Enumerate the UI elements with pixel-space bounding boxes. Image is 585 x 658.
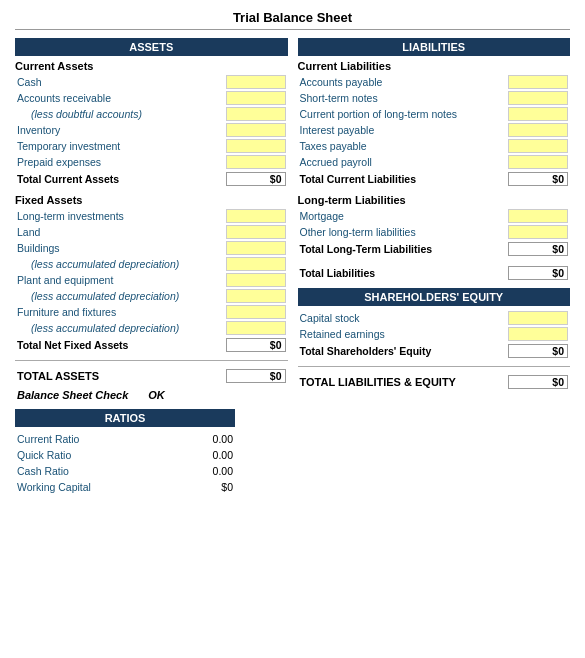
list-item: Quick Ratio 0.00 — [15, 447, 235, 463]
equity-section: SHAREHOLDERS' EQUITY Capital stock Retai… — [298, 288, 571, 360]
liabilities-header: LIABILITIES — [298, 38, 571, 56]
prepaid-expenses-input[interactable] — [226, 155, 286, 169]
total-longterm-liabilities-value: $0 — [508, 242, 568, 256]
list-item: Inventory — [15, 122, 288, 138]
total-assets-value: $0 — [226, 369, 286, 383]
total-equity-value: $0 — [508, 344, 568, 358]
total-fixed-assets-row: Total Net Fixed Assets $0 — [15, 336, 288, 354]
buildings-depreciation-input[interactable] — [226, 257, 286, 271]
liabilities-column: LIABILITIES Current Liabilities Accounts… — [298, 38, 571, 495]
current-assets-section: Current Assets Cash Accounts receivable … — [15, 60, 288, 188]
total-liabilities-row: Total Liabilities $0 — [298, 264, 571, 282]
total-liab-equity-value: $0 — [508, 375, 568, 389]
current-assets-label: Current Assets — [15, 60, 288, 72]
list-item: Long-term investments — [15, 208, 288, 224]
fixed-assets-label: Fixed Assets — [15, 194, 288, 206]
list-item: (less accumulated depreciation) — [15, 288, 288, 304]
list-item: Land — [15, 224, 288, 240]
total-assets-row: TOTAL ASSETS $0 — [15, 367, 288, 385]
list-item: Taxes payable — [298, 138, 571, 154]
list-item: Accounts payable — [298, 74, 571, 90]
accounts-payable-input[interactable] — [508, 75, 568, 89]
list-item: Buildings — [15, 240, 288, 256]
longterm-investments-input[interactable] — [226, 209, 286, 223]
assets-header: ASSETS — [15, 38, 288, 56]
list-item: Temporary investment — [15, 138, 288, 154]
list-item: Cash — [15, 74, 288, 90]
list-item: Other long-term liabilities — [298, 224, 571, 240]
equity-header: SHAREHOLDERS' EQUITY — [298, 288, 571, 306]
total-current-liabilities-row: Total Current Liabilities $0 — [298, 170, 571, 188]
total-liab-equity-row: TOTAL LIABILITIES & EQUITY $0 — [298, 373, 571, 391]
list-item: Interest payable — [298, 122, 571, 138]
plant-equipment-input[interactable] — [226, 273, 286, 287]
balance-check-row: Balance Sheet Check OK — [15, 387, 288, 403]
interest-payable-input[interactable] — [508, 123, 568, 137]
furniture-depreciation-input[interactable] — [226, 321, 286, 335]
list-item: Working Capital $0 — [15, 479, 235, 495]
total-current-liabilities-value: $0 — [508, 172, 568, 186]
retained-earnings-input[interactable] — [508, 327, 568, 341]
list-item: Cash Ratio 0.00 — [15, 463, 235, 479]
page-title: Trial Balance Sheet — [15, 10, 570, 30]
capital-stock-input[interactable] — [508, 311, 568, 325]
total-equity-row: Total Shareholders' Equity $0 — [298, 342, 571, 360]
list-item: Accounts receivable — [15, 90, 288, 106]
longterm-liabilities-label: Long-term Liabilities — [298, 194, 571, 206]
temporary-investment-input[interactable] — [226, 139, 286, 153]
list-item: Capital stock — [298, 310, 571, 326]
ratios-header: RATIOS — [15, 409, 235, 427]
assets-column: ASSETS Current Assets Cash Accounts rece… — [15, 38, 288, 495]
other-longterm-input[interactable] — [508, 225, 568, 239]
list-item: Prepaid expenses — [15, 154, 288, 170]
current-liabilities-label: Current Liabilities — [298, 60, 571, 72]
list-item: Mortgage — [298, 208, 571, 224]
plant-depreciation-input[interactable] — [226, 289, 286, 303]
total-current-assets-value: $0 — [226, 172, 286, 186]
mortgage-input[interactable] — [508, 209, 568, 223]
list-item: Furniture and fixtures — [15, 304, 288, 320]
list-item: Current portion of long-term notes — [298, 106, 571, 122]
less-doubtful-input[interactable] — [226, 107, 286, 121]
ratios-section: RATIOS Current Ratio 0.00 Quick Ratio 0.… — [15, 409, 235, 495]
cash-input[interactable] — [226, 75, 286, 89]
list-item: Retained earnings — [298, 326, 571, 342]
accounts-receivable-input[interactable] — [226, 91, 286, 105]
list-item: (less accumulated depreciation) — [15, 320, 288, 336]
land-input[interactable] — [226, 225, 286, 239]
total-current-assets-row: Total Current Assets $0 — [15, 170, 288, 188]
list-item: Accrued payroll — [298, 154, 571, 170]
current-longterm-notes-input[interactable] — [508, 107, 568, 121]
furniture-input[interactable] — [226, 305, 286, 319]
list-item: (less accumulated depreciation) — [15, 256, 288, 272]
list-item: (less doubtful accounts) — [15, 106, 288, 122]
short-term-notes-input[interactable] — [508, 91, 568, 105]
list-item: Plant and equipment — [15, 272, 288, 288]
buildings-input[interactable] — [226, 241, 286, 255]
list-item: Short-term notes — [298, 90, 571, 106]
fixed-assets-section: Fixed Assets Long-term investments Land … — [15, 194, 288, 354]
inventory-input[interactable] — [226, 123, 286, 137]
total-liabilities-value: $0 — [508, 266, 568, 280]
current-liabilities-section: Current Liabilities Accounts payable Sho… — [298, 60, 571, 188]
taxes-payable-input[interactable] — [508, 139, 568, 153]
list-item: Current Ratio 0.00 — [15, 431, 235, 447]
total-fixed-assets-value: $0 — [226, 338, 286, 352]
balance-check-value: OK — [148, 389, 165, 401]
total-longterm-liabilities-row: Total Long-Term Liabilities $0 — [298, 240, 571, 258]
longterm-liabilities-section: Long-term Liabilities Mortgage Other lon… — [298, 194, 571, 258]
accrued-payroll-input[interactable] — [508, 155, 568, 169]
